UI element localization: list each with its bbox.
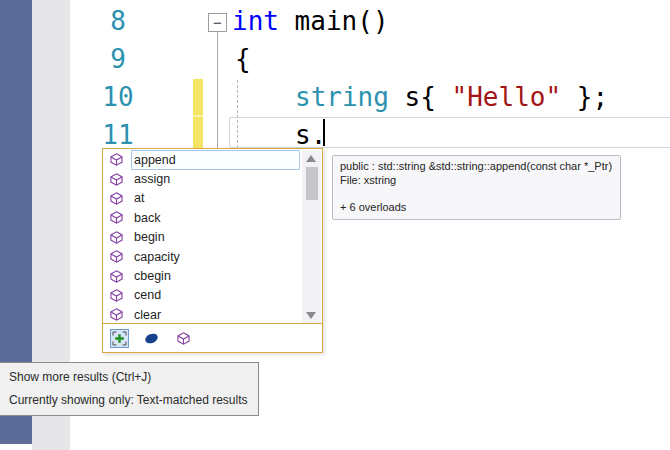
completion-item[interactable]: append xyxy=(103,150,322,169)
keyword-filter-icon xyxy=(144,331,159,344)
method-filter-icon xyxy=(177,332,190,345)
spacer xyxy=(9,384,248,393)
keyword-filter-button[interactable] xyxy=(142,329,161,348)
signature-tooltip: public : std::string &std::string::appen… xyxy=(332,155,621,220)
signature-file: File: xstring xyxy=(340,174,612,188)
plain-token: s{ xyxy=(389,82,452,112)
plain-token: main() xyxy=(279,6,389,36)
keyword-token: int xyxy=(232,6,279,36)
method-cube-icon xyxy=(110,153,123,166)
editor-window: 8 9 10 11 − int main() { string s{ "Hell… xyxy=(0,0,670,450)
method-cube-icon xyxy=(110,173,123,186)
completion-item[interactable]: cbegin xyxy=(103,266,322,285)
signature-overloads: + 6 overloads xyxy=(340,201,612,215)
plain-token: }; xyxy=(561,82,608,112)
completion-item-label: capacity xyxy=(134,250,180,264)
line-number: 10 xyxy=(90,78,146,116)
plain-token: s. xyxy=(295,120,326,150)
completion-item[interactable]: cend xyxy=(103,286,322,305)
method-filter-button[interactable] xyxy=(174,329,193,348)
completion-list: append assign at back begin capacity xyxy=(103,149,322,325)
line-number: 8 xyxy=(90,2,146,40)
completion-filter-toolbar xyxy=(103,323,322,352)
fold-scope-line xyxy=(217,32,218,148)
string-literal-token: "Hello" xyxy=(452,82,562,112)
type-token: string xyxy=(295,82,389,112)
completion-item[interactable]: clear xyxy=(103,305,322,324)
status-line-1: Show more results (Ctrl+J) xyxy=(9,370,248,384)
completion-scrollbar[interactable] xyxy=(302,151,321,323)
completion-item-label: begin xyxy=(134,230,165,244)
completion-item-label: cend xyxy=(134,288,161,302)
method-cube-icon xyxy=(110,270,123,283)
method-cube-icon xyxy=(110,250,123,263)
scrollbar-thumb[interactable] xyxy=(306,167,318,200)
completion-item-label: append xyxy=(134,153,176,167)
completion-item-label: assign xyxy=(134,172,170,186)
method-cube-icon xyxy=(110,308,123,321)
method-cube-icon xyxy=(110,289,123,302)
spacer xyxy=(340,187,612,201)
completion-item[interactable]: back xyxy=(103,208,322,227)
completion-item-label: cbegin xyxy=(134,269,171,283)
plain-token: { xyxy=(235,44,251,74)
code-line-10[interactable]: string s{ "Hello" }; xyxy=(295,78,608,116)
expand-results-icon xyxy=(112,331,127,346)
code-line-8[interactable]: int main() xyxy=(232,2,389,40)
code-fold-collapse-button[interactable]: − xyxy=(208,13,227,32)
line-number: 9 xyxy=(90,40,146,78)
code-line-9[interactable]: { xyxy=(235,40,251,78)
changed-lines-indicator xyxy=(193,79,203,148)
expand-results-button[interactable] xyxy=(110,329,129,348)
completion-item[interactable]: assign xyxy=(103,169,322,188)
completion-item[interactable]: capacity xyxy=(103,247,322,266)
completion-item[interactable]: begin xyxy=(103,228,322,247)
completion-item-label: back xyxy=(134,211,160,225)
method-cube-icon xyxy=(110,211,123,224)
filter-status-tooltip: Show more results (Ctrl+J) Currently sho… xyxy=(0,362,259,416)
completion-item-label: at xyxy=(134,191,144,205)
completion-item[interactable]: at xyxy=(103,189,322,208)
status-line-2: Currently showing only: Text-matched res… xyxy=(9,393,248,407)
intellisense-popup: append assign at back begin capacity xyxy=(102,148,323,353)
scroll-up-icon[interactable] xyxy=(306,155,316,162)
completion-item-label: clear xyxy=(134,308,161,322)
scroll-down-icon[interactable] xyxy=(306,312,316,319)
method-cube-icon xyxy=(110,192,123,205)
method-cube-icon xyxy=(110,231,123,244)
signature-text: public : std::string &std::string::appen… xyxy=(340,160,612,174)
